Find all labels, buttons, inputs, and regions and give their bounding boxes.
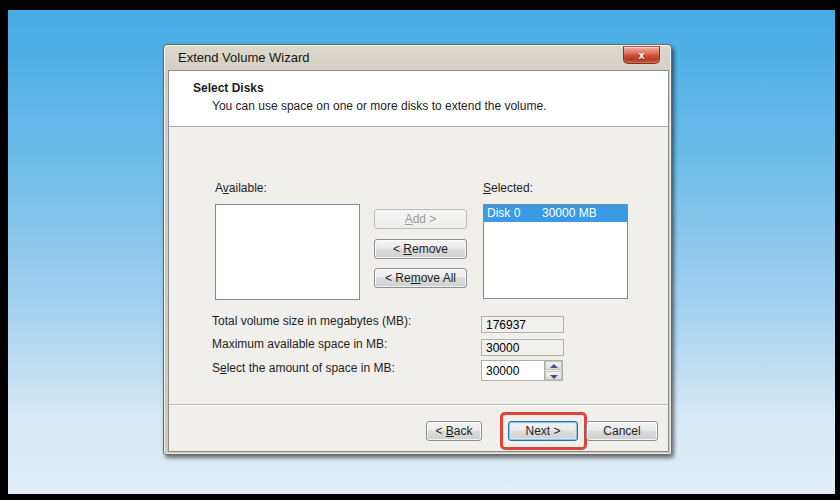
list-item-disk0[interactable]: Disk 0 30000 MB xyxy=(484,205,627,222)
max-space-label: Maximum available space in MB: xyxy=(212,337,387,351)
available-listbox[interactable] xyxy=(215,204,360,300)
close-icon: x xyxy=(638,49,644,61)
selected-label: Selected: xyxy=(483,181,533,195)
remove-all-button[interactable]: < Remove All xyxy=(374,268,467,288)
close-button[interactable]: x xyxy=(623,46,660,64)
add-button: Add > xyxy=(374,209,467,229)
amount-input[interactable] xyxy=(481,360,544,381)
next-button[interactable]: Next > xyxy=(508,421,578,441)
footer-separator xyxy=(169,404,668,405)
total-volume-field[interactable] xyxy=(481,316,564,333)
cancel-button[interactable]: Cancel xyxy=(586,421,658,441)
spinner-buttons xyxy=(544,360,563,381)
spinner-down-button[interactable] xyxy=(545,371,562,380)
selected-listbox[interactable]: Disk 0 30000 MB xyxy=(483,204,628,299)
down-arrow-icon xyxy=(550,375,558,379)
extend-volume-wizard-window: Extend Volume Wizard x Select Disks You … xyxy=(163,44,672,455)
page-title: Select Disks xyxy=(193,81,264,95)
total-volume-label: Total volume size in megabytes (MB): xyxy=(212,314,411,328)
page-subtitle: You can use space on one or more disks t… xyxy=(212,99,546,113)
amount-label: Select the amount of space in MB: xyxy=(212,361,395,375)
disk-name: Disk 0 xyxy=(487,205,542,222)
spinner-up-button[interactable] xyxy=(545,361,562,370)
back-button[interactable]: < Back xyxy=(426,421,482,441)
available-label: Available: xyxy=(215,181,267,195)
wizard-header: Select Disks You can use space on one or… xyxy=(169,71,668,127)
max-space-field[interactable] xyxy=(481,339,564,356)
disk-size: 30000 MB xyxy=(542,205,597,222)
window-title: Extend Volume Wizard xyxy=(178,50,310,65)
amount-spinbox xyxy=(481,360,563,381)
up-arrow-icon xyxy=(550,364,558,368)
wizard-dialog-body: Select Disks You can use space on one or… xyxy=(168,70,669,452)
remove-button[interactable]: < Remove xyxy=(374,239,467,259)
titlebar[interactable]: Extend Volume Wizard xyxy=(164,45,671,70)
